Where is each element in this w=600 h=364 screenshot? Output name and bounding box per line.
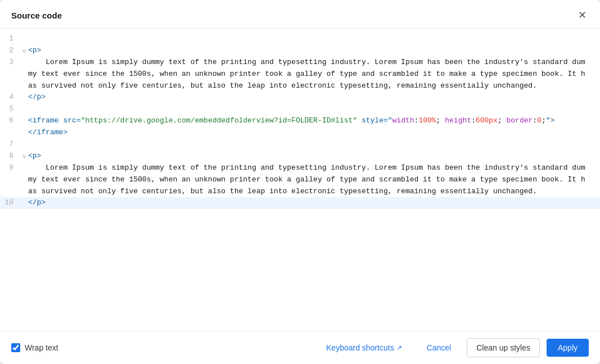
line-chevron: v	[20, 45, 28, 57]
line-content: </p>	[28, 92, 600, 103]
line-chevron	[20, 197, 28, 209]
line-chevron	[20, 115, 28, 139]
line-number: 5	[0, 103, 20, 115]
wrap-text-checkbox[interactable]	[11, 343, 20, 352]
keyboard-shortcuts-link[interactable]: Keyboard shortcuts ↗	[326, 343, 402, 352]
code-editor[interactable]: 12v<p>3 Lorem Ipsum is simply dummy text…	[0, 29, 600, 331]
line-number: 7	[0, 139, 20, 151]
wrap-text-label[interactable]: Wrap text	[11, 343, 58, 352]
code-line: 5	[0, 103, 600, 115]
external-link-icon: ↗	[396, 344, 402, 352]
code-line: 10</p>	[0, 197, 600, 209]
close-button[interactable]: ✕	[576, 9, 589, 21]
code-line: 8v<p>	[0, 151, 600, 162]
code-line: 4</p>	[0, 92, 600, 103]
line-chevron	[20, 33, 28, 45]
line-content: Lorem Ipsum is simply dummy text of the …	[28, 162, 600, 197]
cancel-button[interactable]: Cancel	[418, 339, 461, 357]
line-chevron	[20, 103, 28, 115]
code-line: 2v<p>	[0, 45, 600, 57]
code-line: 9 Lorem Ipsum is simply dummy text of th…	[0, 162, 600, 197]
code-line: 3 Lorem Ipsum is simply dummy text of th…	[0, 57, 600, 92]
dialog-header: Source code ✕	[0, 0, 600, 29]
source-code-dialog: Source code ✕ 12v<p>3 Lorem Ipsum is sim…	[0, 0, 600, 364]
line-number: 4	[0, 92, 20, 103]
dialog-footer: Wrap text Keyboard shortcuts ↗ Cancel Cl…	[0, 331, 600, 364]
wrap-text-text: Wrap text	[25, 343, 58, 352]
line-number: 9	[0, 162, 20, 197]
line-chevron	[20, 92, 28, 103]
line-number: 1	[0, 33, 20, 45]
dialog-title: Source code	[11, 11, 62, 20]
line-number: 10	[0, 197, 20, 209]
code-line: 7	[0, 139, 600, 151]
apply-button[interactable]: Apply	[547, 339, 589, 357]
line-number: 6	[0, 115, 20, 139]
code-line: 6<iframe src="https://drive.google.com/e…	[0, 115, 600, 139]
line-number: 3	[0, 57, 20, 92]
line-chevron	[20, 57, 28, 92]
line-content: <iframe src="https://drive.google.com/em…	[28, 115, 600, 139]
line-content: Lorem Ipsum is simply dummy text of the …	[28, 57, 600, 92]
line-content: </p>	[28, 197, 600, 209]
line-content: <p>	[28, 151, 600, 162]
line-number: 8	[0, 151, 20, 162]
line-content: <p>	[28, 45, 600, 57]
cleanup-styles-button[interactable]: Clean up styles	[467, 338, 540, 357]
line-number: 2	[0, 45, 20, 57]
line-content	[28, 33, 600, 45]
line-chevron	[20, 139, 28, 151]
code-line: 1	[0, 33, 600, 45]
line-chevron: v	[20, 151, 28, 162]
keyboard-shortcuts-label: Keyboard shortcuts	[326, 343, 394, 352]
line-content	[28, 139, 600, 151]
line-chevron	[20, 162, 28, 197]
close-icon: ✕	[578, 10, 587, 20]
line-content	[28, 103, 600, 115]
